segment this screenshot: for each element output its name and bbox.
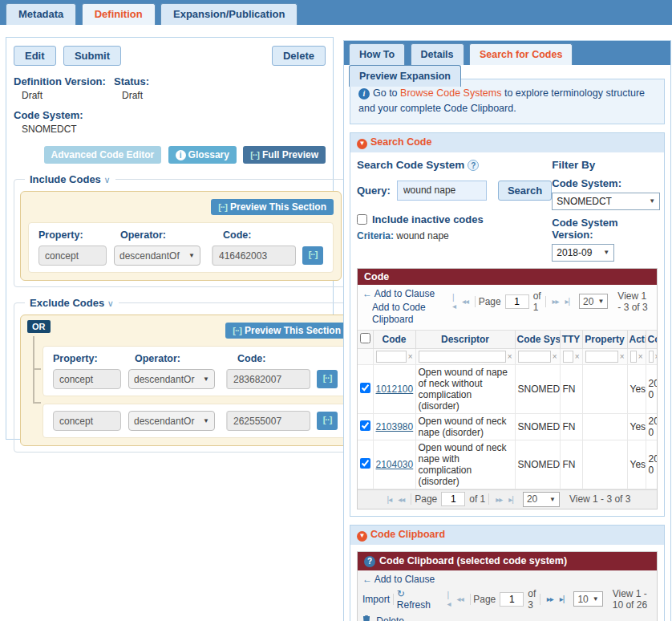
clear-filter-icon[interactable]: × [654, 352, 658, 361]
code-input[interactable] [226, 411, 310, 431]
search-code-section-header[interactable]: ▼Search Code [350, 133, 664, 152]
edit-button[interactable]: Edit [14, 46, 56, 66]
preview-this-section-button[interactable]: [··]Preview This Section [225, 323, 348, 339]
tab-definition[interactable]: Definition [82, 3, 156, 25]
last-page-icon[interactable]: ▸| [557, 595, 568, 603]
code-clipboard-section-header[interactable]: ▼Code Clipboard [350, 526, 664, 545]
prev-page-icon[interactable]: ◂◂ [454, 595, 467, 603]
tab-metadata[interactable]: Metadata [6, 3, 76, 25]
code-link[interactable]: 2103980 [376, 421, 414, 432]
caret-down-icon: ▼ [649, 197, 655, 205]
page-number-input[interactable] [500, 592, 524, 607]
first-page-icon[interactable]: |◂ [444, 591, 454, 608]
clear-filter-icon[interactable]: × [551, 352, 557, 361]
column-header[interactable]: Code [373, 331, 415, 349]
code-input[interactable] [226, 369, 310, 389]
query-input[interactable] [397, 181, 487, 201]
select-all-checkbox[interactable] [360, 333, 370, 343]
property-input[interactable] [53, 411, 121, 431]
delete-button[interactable]: Delete [272, 46, 326, 66]
column-header[interactable]: Property [582, 331, 627, 349]
import-link[interactable]: Import [362, 594, 390, 605]
page-number-input[interactable] [505, 294, 529, 309]
column-filter-input[interactable] [518, 351, 551, 363]
clause-row: Property: Operator: Code: descendantOf▼ … [28, 222, 334, 273]
operator-select[interactable]: descendantOf▼ [114, 246, 200, 266]
property-label: Property: [38, 229, 113, 241]
column-filter-input[interactable] [585, 351, 618, 363]
preview-this-section-button[interactable]: [··]Preview This Section [211, 199, 334, 215]
operator-select[interactable]: descendantOr▼ [128, 411, 215, 431]
exclude-codes-clause: OR [··]Preview This Section Property: Op… [20, 315, 356, 446]
add-to-clause-link[interactable]: ← Add to Clause [362, 574, 435, 585]
submit-button[interactable]: Submit [63, 46, 121, 66]
code-input[interactable] [212, 246, 296, 266]
glossary-button[interactable]: iGlossary [168, 146, 237, 164]
include-inactive-checkbox[interactable] [357, 214, 367, 225]
property-input[interactable] [38, 246, 107, 266]
info-note: iGo to Browse Code Systems to explore te… [350, 79, 665, 124]
page-number-input[interactable] [441, 492, 465, 506]
column-header[interactable]: Acti [627, 331, 646, 349]
search-button[interactable]: Search [498, 181, 552, 201]
code-lookup-button[interactable]: [··] [317, 370, 338, 388]
help-icon[interactable]: ? [468, 160, 479, 171]
add-to-code-clipboard-link[interactable]: Add to Code Clipboard [362, 302, 449, 327]
row-checkbox[interactable] [360, 458, 370, 469]
prev-page-icon[interactable]: ◂◂ [459, 297, 472, 306]
tab-details[interactable]: Details [411, 43, 464, 65]
caret-down-icon: ▼ [188, 252, 195, 259]
column-filter-input[interactable] [563, 351, 573, 363]
column-filter-input[interactable] [630, 351, 637, 363]
prev-page-icon[interactable]: ◂◂ [395, 495, 407, 504]
refresh-link[interactable]: ↻ Refresh [397, 588, 433, 611]
code-system-select[interactable]: SNOMEDCT▼ [552, 193, 660, 210]
code-link[interactable]: 2104030 [376, 459, 414, 470]
main-tab-bar: Metadata Definition Expansion/Publicatio… [0, 0, 672, 25]
clear-filter-icon[interactable]: × [637, 352, 643, 361]
clear-filter-icon[interactable]: × [506, 352, 512, 361]
exclude-codes-legend[interactable]: Exclude Codes ∨ [25, 297, 119, 309]
help-icon[interactable]: ? [364, 556, 375, 567]
code-system-version-select[interactable]: 2018-09▼ [552, 244, 614, 262]
column-header[interactable]: TTY [560, 331, 582, 349]
browse-code-systems-link[interactable]: Browse Code Systems [400, 87, 501, 99]
tab-search-for-codes[interactable]: Search for Codes [469, 43, 573, 65]
page-size-select[interactable]: 20▼ [523, 492, 560, 507]
next-page-icon[interactable]: ▸▸ [544, 595, 557, 603]
first-page-icon[interactable]: |◂ [384, 495, 395, 504]
clear-filter-icon[interactable]: × [618, 352, 625, 361]
advanced-code-editor-button[interactable]: Advanced Code Editor [44, 146, 162, 164]
page-size-select[interactable]: 10▼ [573, 591, 602, 607]
include-codes-legend[interactable]: Include Codes ∨ [25, 173, 115, 185]
next-page-icon[interactable]: ▸▸ [549, 297, 561, 306]
next-page-icon[interactable]: ▸▸ [492, 495, 505, 504]
or-operator-badge[interactable]: OR [27, 320, 51, 333]
column-filter-input[interactable] [419, 351, 506, 363]
full-preview-button[interactable]: [··]Full Preview [243, 146, 326, 164]
left-arrow-icon: ← [362, 288, 372, 299]
page-size-select[interactable]: 20▼ [579, 294, 608, 309]
last-page-icon[interactable]: ▸| [561, 297, 573, 306]
code-link[interactable]: 1012100 [376, 384, 414, 395]
row-checkbox[interactable] [360, 420, 370, 431]
column-header[interactable]: Code Syst [515, 331, 560, 349]
add-to-clause-link[interactable]: ← Add to Clause [362, 288, 435, 299]
column-header[interactable]: Code S [646, 331, 657, 349]
clear-filter-icon[interactable]: × [407, 352, 413, 361]
operator-select[interactable]: descendantOr▼ [128, 369, 215, 389]
tab-how-to[interactable]: How To [349, 43, 405, 65]
code-lookup-button[interactable]: [··] [302, 246, 323, 265]
property-input[interactable] [53, 369, 121, 389]
first-page-icon[interactable]: |◂ [449, 293, 459, 310]
last-page-icon[interactable]: ▸| [505, 495, 516, 504]
column-header[interactable]: Descriptor [415, 331, 515, 349]
column-filter-input[interactable] [376, 351, 407, 363]
tab-preview-expansion[interactable]: Preview Expansion [349, 65, 461, 87]
delete-link[interactable]: Delete [362, 615, 404, 621]
include-inactive-label: Include inactive codes [372, 213, 484, 225]
clear-filter-icon[interactable]: × [573, 352, 580, 361]
tab-expansion-publication[interactable]: Expansion/Publication [160, 3, 298, 25]
code-lookup-button[interactable]: [··] [317, 412, 338, 430]
row-checkbox[interactable] [360, 383, 370, 393]
